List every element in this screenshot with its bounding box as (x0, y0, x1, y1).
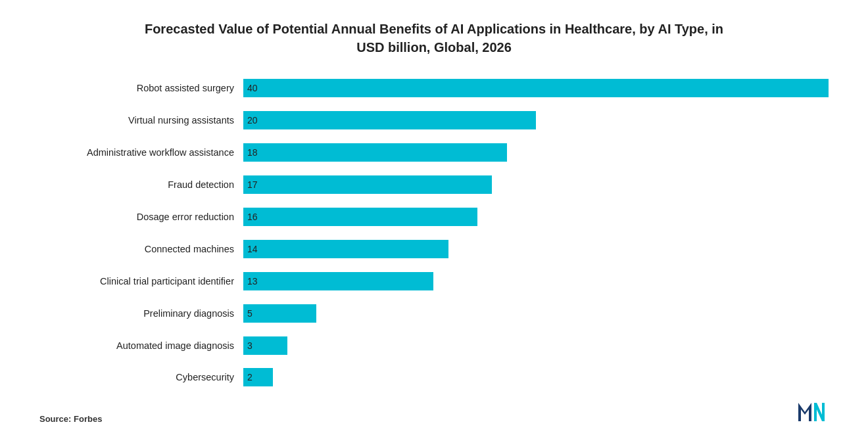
bar-row: Cybersecurity2 (39, 365, 829, 389)
bar-container: 16 (243, 208, 829, 226)
bar-container: 2 (243, 368, 829, 386)
bar: 17 (243, 175, 492, 194)
bar-value: 13 (247, 276, 258, 287)
bar-row: Clinical trial participant identifier13 (39, 269, 829, 293)
bar-value: 20 (247, 115, 258, 126)
logo (797, 400, 829, 424)
bar: 20 (243, 111, 536, 129)
bar-value: 40 (247, 83, 258, 93)
source-label: Source: (39, 414, 71, 424)
bar-value: 16 (247, 212, 258, 222)
bar-container: 18 (243, 143, 829, 162)
bar-container: 17 (243, 175, 829, 194)
bar-label: Fraud detection (39, 179, 243, 190)
bar-label: Robot assisted surgery (39, 83, 243, 93)
bar-label: Virtual nursing assistants (39, 115, 243, 126)
bar: 40 (243, 79, 829, 97)
bar-value: 5 (247, 308, 253, 319)
svg-marker-0 (798, 403, 811, 421)
source-value: Forbes (74, 414, 102, 424)
bar-container: 20 (243, 111, 829, 129)
bar-row: Connected machines14 (39, 237, 829, 261)
bar-row: Robot assisted surgery40 (39, 76, 829, 100)
bar-label: Clinical trial participant identifier (39, 276, 243, 287)
bar-value: 2 (247, 372, 253, 382)
bar-value: 17 (247, 179, 258, 190)
bar-row: Preliminary diagnosis5 (39, 302, 829, 325)
chart-title: Forecasted Value of Potential Annual Ben… (138, 20, 730, 57)
source-citation: Source: Forbes (39, 414, 102, 424)
bar-value: 14 (247, 244, 258, 254)
bar-row: Fraud detection17 (39, 173, 829, 196)
bar-row: Dosage error reduction16 (39, 205, 829, 229)
bar-label: Preliminary diagnosis (39, 308, 243, 319)
bar: 2 (243, 368, 273, 386)
bar-row: Administrative workflow assistance18 (39, 141, 829, 164)
svg-marker-1 (814, 403, 825, 421)
bar-container: 13 (243, 272, 829, 290)
chart-area: Robot assisted surgery40Virtual nursing … (39, 72, 829, 394)
bar: 13 (243, 272, 433, 290)
bar-container: 14 (243, 240, 829, 258)
bar-container: 40 (243, 79, 829, 97)
bar: 18 (243, 143, 507, 162)
bar-row: Automated image diagnosis3 (39, 334, 829, 357)
bar-label: Administrative workflow assistance (39, 147, 243, 158)
bar: 16 (243, 208, 477, 226)
bar-label: Automated image diagnosis (39, 340, 243, 351)
bar-value: 3 (247, 340, 253, 351)
bar-value: 18 (247, 147, 258, 158)
bar: 14 (243, 240, 448, 258)
bar: 3 (243, 336, 287, 355)
bar-container: 5 (243, 304, 829, 323)
bar-container: 3 (243, 336, 829, 355)
bar-label: Cybersecurity (39, 372, 243, 382)
bar-label: Connected machines (39, 244, 243, 254)
bar-label: Dosage error reduction (39, 212, 243, 222)
bar: 5 (243, 304, 316, 323)
bar-row: Virtual nursing assistants20 (39, 108, 829, 132)
